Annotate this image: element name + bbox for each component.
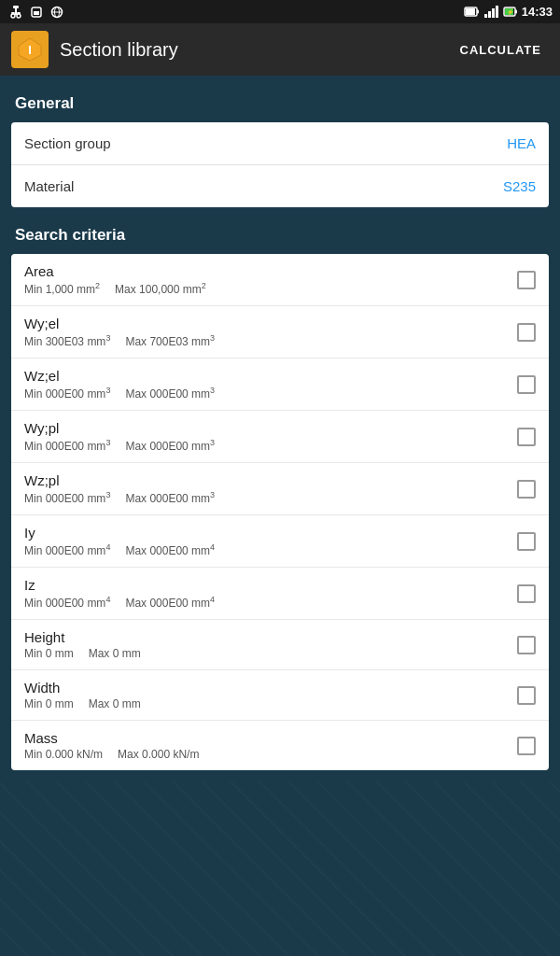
section-group-value: HEA (507, 135, 536, 151)
criteria-checkbox[interactable] (517, 532, 536, 551)
calculate-button[interactable]: CALCULATE (453, 39, 549, 61)
criteria-values: Min 1,000 mm2Max 100,000 mm2 (24, 281, 517, 296)
general-card: Section group HEA Material S235 (11, 122, 549, 207)
criteria-max: Max 000E00 mm4 (125, 542, 215, 557)
svg-text:⚡: ⚡ (507, 8, 514, 16)
criteria-name: Wz;el (24, 368, 517, 384)
criteria-info: IyMin 000E00 mm4Max 000E00 mm4 (24, 525, 517, 557)
svg-point-4 (11, 14, 15, 18)
criteria-max: Max 000E00 mm3 (125, 490, 215, 505)
svg-rect-1 (15, 8, 17, 15)
criteria-max: Max 0 mm (89, 647, 141, 660)
app-bar: I Section library CALCULATE (0, 23, 560, 76)
criteria-info: AreaMin 1,000 mm2Max 100,000 mm2 (24, 263, 517, 296)
criteria-max: Max 000E00 mm3 (125, 438, 215, 453)
criteria-min: Min 000E00 mm3 (24, 438, 110, 453)
criteria-min: Min 0 mm (24, 647, 74, 660)
criteria-info: Wz;elMin 000E00 mm3Max 000E00 mm3 (24, 368, 517, 401)
criteria-row[interactable]: IzMin 000E00 mm4Max 000E00 mm4 (11, 568, 549, 620)
material-row[interactable]: Material S235 (11, 165, 549, 207)
svg-rect-15 (488, 11, 491, 18)
section-group-label: Section group (24, 135, 111, 151)
criteria-row[interactable]: WidthMin 0 mmMax 0 mm (11, 670, 549, 721)
criteria-name: Iy (24, 525, 517, 541)
criteria-max: Max 000E00 mm4 (125, 595, 215, 610)
criteria-name: Wy;el (24, 316, 517, 331)
criteria-max: Max 000E00 mm3 (125, 386, 215, 401)
criteria-min: Min 000E00 mm4 (24, 595, 110, 610)
main-content: General Section group HEA Material S235 … (0, 76, 560, 781)
svg-rect-12 (466, 8, 475, 15)
criteria-checkbox[interactable] (517, 428, 536, 446)
criteria-values: Min 0.000 kN/mMax 0.000 kN/m (24, 748, 517, 761)
criteria-max: Max 100,000 mm2 (115, 281, 206, 296)
svg-rect-13 (477, 9, 479, 13)
criteria-info: Wy;plMin 000E00 mm3Max 000E00 mm3 (24, 420, 517, 453)
criteria-values: Min 000E00 mm3Max 000E00 mm3 (24, 438, 517, 453)
criteria-checkbox[interactable] (517, 323, 536, 342)
material-label: Material (24, 178, 74, 194)
criteria-min: Min 0 mm (24, 697, 74, 710)
criteria-values: Min 0 mmMax 0 mm (24, 697, 517, 710)
svg-text:I: I (28, 43, 32, 57)
criteria-values: Min 000E00 mm3Max 000E00 mm3 (24, 490, 517, 505)
criteria-row[interactable]: Wz;plMin 000E00 mm3Max 000E00 mm3 (11, 463, 549, 515)
svg-rect-17 (496, 6, 498, 18)
criteria-info: Wy;elMin 300E03 mm3Max 700E03 mm3 (24, 316, 517, 348)
criteria-min: Min 000E00 mm4 (24, 542, 110, 557)
svg-rect-14 (484, 14, 487, 18)
svg-rect-0 (13, 6, 19, 8)
criteria-checkbox[interactable] (517, 737, 536, 755)
criteria-name: Width (24, 680, 517, 696)
criteria-info: WidthMin 0 mmMax 0 mm (24, 680, 517, 710)
criteria-values: Min 000E00 mm4Max 000E00 mm4 (24, 595, 517, 610)
criteria-min: Min 1,000 mm2 (24, 281, 100, 296)
criteria-row[interactable]: IyMin 000E00 mm4Max 000E00 mm4 (11, 515, 549, 568)
criteria-values: Min 300E03 mm3Max 700E03 mm3 (24, 333, 517, 348)
status-icons (7, 6, 65, 19)
svg-rect-20 (515, 9, 517, 13)
search-criteria-header: Search criteria (11, 218, 549, 254)
criteria-info: Wz;plMin 000E00 mm3Max 000E00 mm3 (24, 472, 517, 505)
criteria-checkbox[interactable] (517, 375, 536, 394)
app-icon: I (11, 31, 49, 68)
criteria-checkbox[interactable] (517, 584, 536, 603)
criteria-name: Area (24, 263, 517, 279)
general-header: General (11, 87, 549, 122)
criteria-row[interactable]: HeightMin 0 mmMax 0 mm (11, 620, 549, 670)
criteria-checkbox[interactable] (517, 480, 536, 499)
criteria-row[interactable]: MassMin 0.000 kN/mMax 0.000 kN/m (11, 721, 549, 770)
app-title: Section library (60, 39, 453, 61)
criteria-row[interactable]: Wz;elMin 000E00 mm3Max 000E00 mm3 (11, 358, 549, 411)
criteria-min: Min 000E00 mm3 (24, 490, 110, 505)
criteria-max: Max 0.000 kN/m (118, 748, 199, 761)
status-bar: ⚡ 14:33 (0, 0, 560, 23)
status-time: 14:33 (522, 5, 553, 19)
sim-icon (28, 6, 45, 19)
usb-icon (7, 6, 24, 19)
criteria-info: IzMin 000E00 mm4Max 000E00 mm4 (24, 577, 517, 610)
criteria-values: Min 000E00 mm4Max 000E00 mm4 (24, 542, 517, 557)
criteria-min: Min 0.000 kN/m (24, 748, 103, 761)
svg-point-5 (17, 14, 21, 18)
criteria-checkbox[interactable] (517, 271, 536, 289)
svg-rect-7 (34, 11, 39, 15)
criteria-name: Height (24, 629, 517, 645)
globe-icon (49, 6, 65, 19)
criteria-name: Iz (24, 577, 517, 593)
criteria-info: MassMin 0.000 kN/mMax 0.000 kN/m (24, 730, 517, 761)
criteria-name: Wy;pl (24, 420, 517, 436)
section-group-row[interactable]: Section group HEA (11, 122, 549, 165)
criteria-row[interactable]: Wy;plMin 000E00 mm3Max 000E00 mm3 (11, 411, 549, 463)
criteria-checkbox[interactable] (517, 686, 536, 705)
criteria-checkbox[interactable] (517, 636, 536, 654)
criteria-name: Mass (24, 730, 517, 746)
criteria-min: Min 000E00 mm3 (24, 386, 110, 401)
criteria-max: Max 700E03 mm3 (125, 333, 215, 348)
svg-rect-16 (492, 8, 495, 18)
criteria-info: HeightMin 0 mmMax 0 mm (24, 629, 517, 660)
criteria-card: AreaMin 1,000 mm2Max 100,000 mm2Wy;elMin… (11, 254, 549, 770)
criteria-row[interactable]: Wy;elMin 300E03 mm3Max 700E03 mm3 (11, 306, 549, 358)
criteria-row[interactable]: AreaMin 1,000 mm2Max 100,000 mm2 (11, 254, 549, 306)
criteria-max: Max 0 mm (89, 697, 141, 710)
